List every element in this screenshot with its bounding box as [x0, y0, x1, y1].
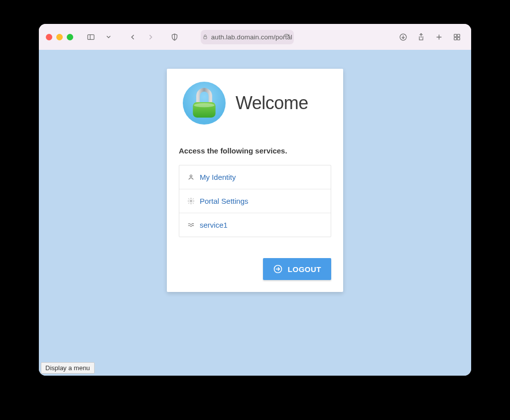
- svg-rect-12: [457, 37, 460, 40]
- tab-group-menu-button[interactable]: [101, 30, 116, 44]
- padlock-logo: [183, 82, 226, 125]
- address-bar[interactable]: auth.lab.domain.com/portal: [201, 30, 294, 44]
- portal-card: Welcome Access the following services. M…: [167, 69, 343, 292]
- svg-rect-9: [454, 34, 456, 36]
- close-window-button[interactable]: [46, 34, 52, 40]
- svg-point-16: [190, 200, 192, 202]
- page-title: Welcome: [236, 93, 308, 114]
- card-subtitle: Access the following services.: [179, 146, 331, 155]
- service-label: My Identity: [200, 173, 236, 181]
- service-label: service1: [200, 221, 228, 229]
- logout-icon: [273, 264, 283, 274]
- tab-overview-button[interactable]: [449, 30, 464, 44]
- forward-button[interactable]: [143, 30, 158, 44]
- maximize-window-button[interactable]: [67, 34, 73, 40]
- browser-window: auth.lab.domain.com/portal: [39, 24, 471, 376]
- logout-label: LOGOUT: [288, 265, 321, 274]
- window-controls: [46, 34, 73, 40]
- service-item-settings[interactable]: Portal Settings: [179, 189, 331, 213]
- svg-rect-10: [457, 34, 460, 36]
- url-text: auth.lab.domain.com/portal: [211, 33, 292, 41]
- new-tab-button[interactable]: [431, 30, 446, 44]
- svg-rect-11: [454, 37, 456, 40]
- page-content: Welcome Access the following services. M…: [39, 50, 471, 376]
- waves-icon: [187, 221, 195, 229]
- logout-button[interactable]: LOGOUT: [263, 258, 331, 280]
- sidebar-toggle-button[interactable]: [83, 30, 98, 44]
- share-button[interactable]: [413, 30, 428, 44]
- browser-toolbar: auth.lab.domain.com/portal: [39, 24, 471, 50]
- minimize-window-button[interactable]: [56, 34, 63, 40]
- privacy-shield-button[interactable]: [167, 30, 182, 44]
- user-icon: [187, 173, 195, 181]
- status-tooltip: Display a menu: [41, 362, 95, 374]
- service-list: My Identity Portal Settings service1: [179, 165, 331, 237]
- service-item-service1[interactable]: service1: [179, 213, 331, 237]
- gear-icon: [187, 197, 195, 205]
- service-item-identity[interactable]: My Identity: [179, 165, 331, 189]
- svg-point-15: [190, 175, 192, 177]
- svg-point-14: [194, 103, 214, 107]
- svg-rect-0: [88, 34, 94, 39]
- service-label: Portal Settings: [200, 197, 249, 205]
- card-header: Welcome: [179, 82, 331, 125]
- lock-icon: [202, 34, 208, 40]
- reload-button[interactable]: [283, 33, 290, 40]
- svg-rect-3: [204, 37, 207, 39]
- downloads-button[interactable]: [395, 30, 410, 44]
- card-footer: LOGOUT: [179, 258, 331, 280]
- back-button[interactable]: [125, 30, 140, 44]
